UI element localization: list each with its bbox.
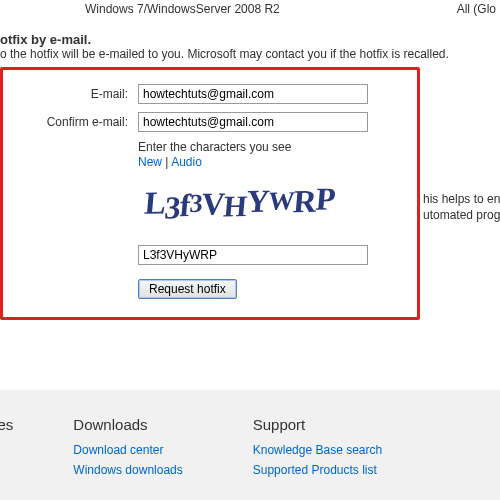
footer-link[interactable]: s bbox=[0, 443, 13, 457]
svg-text:L3f3VHYWRP: L3f3VHYWRP bbox=[143, 181, 337, 226]
hotfix-form: E-mail: Confirm e-mail: Enter the charac… bbox=[0, 67, 420, 320]
captcha-prompt: Enter the characters you see bbox=[138, 140, 407, 154]
footer-link-kb-search[interactable]: Knowledge Base search bbox=[253, 443, 382, 457]
captcha-input[interactable] bbox=[138, 245, 368, 265]
footer-heading-sites: ft sites bbox=[0, 416, 13, 433]
footer: ft sites s Downloads Download center Win… bbox=[0, 390, 500, 500]
captcha-image: L3f3VHYWRP bbox=[138, 173, 368, 233]
platform-label: Windows 7/WindowsServer 2008 R2 bbox=[85, 2, 280, 16]
footer-heading-support: Support bbox=[253, 416, 382, 433]
footer-heading-downloads: Downloads bbox=[73, 416, 182, 433]
email-field[interactable] bbox=[138, 84, 368, 104]
captcha-help-text: his helps to ensure th utomated program,… bbox=[423, 192, 500, 223]
confirm-email-field[interactable] bbox=[138, 112, 368, 132]
section-sub: o the hotfix will be e-mailed to you. Mi… bbox=[0, 47, 500, 61]
footer-link-supported-products[interactable]: Supported Products list bbox=[253, 463, 382, 477]
request-hotfix-button[interactable]: Request hotfix bbox=[138, 279, 237, 299]
confirm-email-label: Confirm e-mail: bbox=[13, 115, 138, 129]
scope-label: All (Glo bbox=[457, 2, 500, 16]
email-label: E-mail: bbox=[13, 87, 138, 101]
footer-link-windows-downloads[interactable]: Windows downloads bbox=[73, 463, 182, 477]
separator: | bbox=[162, 155, 171, 169]
section-heading: otfix by e-mail. bbox=[0, 32, 500, 47]
captcha-new-link[interactable]: New bbox=[138, 155, 162, 169]
footer-link-download-center[interactable]: Download center bbox=[73, 443, 182, 457]
captcha-audio-link[interactable]: Audio bbox=[171, 155, 202, 169]
